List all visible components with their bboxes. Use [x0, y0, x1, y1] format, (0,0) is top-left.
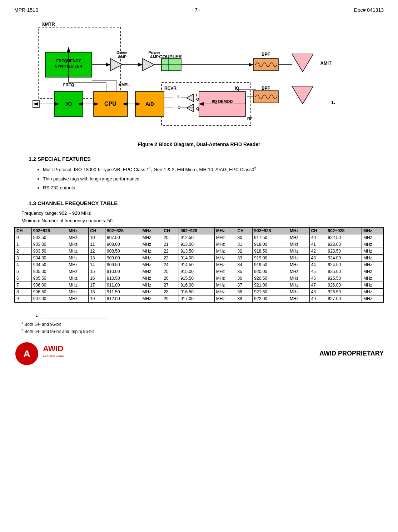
section-1-3-heading: 1.3 CHANNEL FREQUENCY TABLE [29, 200, 384, 206]
col-header-freq1: 902~928 [31, 227, 67, 234]
table-row: 1903.00MHz11908.00MHz21913.00MHz31918.00… [15, 241, 383, 248]
col-header-mhz3: MHz [214, 227, 236, 234]
svg-rect-22 [253, 59, 278, 71]
awid-logo: A AWID APPLIED WIRELESS IDENTICS [14, 341, 64, 366]
svg-text:I/Q DEMOD: I/Q DEMOD [212, 99, 233, 104]
svg-rect-34 [253, 91, 278, 103]
svg-text:Power: Power [148, 50, 160, 55]
svg-marker-37 [292, 86, 313, 104]
col-header-ch5: CH [309, 227, 326, 234]
svg-text:AWID: AWID [43, 344, 63, 353]
svg-marker-12 [143, 59, 154, 71]
freq-range: Frequency range: 902 ~ 928 MHz [21, 210, 384, 216]
col-header-ch3: CH [162, 227, 179, 234]
footer-section: • 1 Both 64- and 96-bit 2 Both 64- and 9… [14, 313, 384, 366]
svg-marker-72 [67, 47, 70, 52]
table-row: 0902.50MHz10907.50MHz20912.50MHz30917.50… [15, 234, 383, 241]
svg-text:A: A [23, 348, 30, 359]
col-header-mhz2: MHz [141, 227, 162, 234]
col-header-ch2: CH [89, 227, 105, 234]
footer-brand: A AWID APPLIED WIRELESS IDENTICS AWID PR… [14, 341, 384, 366]
svg-marker-43 [186, 94, 194, 102]
svg-text:CPU: CPU [104, 101, 116, 107]
svg-text:IQ: IQ [235, 86, 239, 91]
svg-marker-21 [249, 63, 253, 66]
svg-text:AMP: AMP [150, 55, 159, 59]
svg-text:Q: Q [196, 106, 199, 111]
diagram-caption: Figure 2 Block Diagram, Dual-Antenna RFI… [14, 141, 384, 147]
table-row: 6905.50MHz16910.50MHz26915.50MHz36920.50… [15, 275, 383, 282]
svg-text:RF: RF [247, 116, 253, 121]
table-row: 5905.00MHz15910.00MHz25915.00MHz35920.00… [15, 268, 383, 275]
table-row: 7906.00MHz17911.00MHz27916.00MHz37921.00… [15, 282, 383, 288]
min-channels: Minimum Number of frequency channels: 50 [21, 218, 384, 223]
section-1-2-bullets: Multi-Protocol: ISO-18000-6 Type A/B, EP… [43, 166, 384, 192]
svg-text:RCVR: RCVR [164, 86, 176, 91]
svg-text:BPF: BPF [262, 86, 270, 91]
table-row: 3904.00MHz13909.00MHz23914.00MHz33919.00… [15, 254, 383, 261]
bullet-2: Thin passive tags with long-range perfor… [43, 175, 384, 183]
svg-text:A/D: A/D [145, 101, 154, 107]
col-header-ch1: CH [15, 227, 32, 234]
header-center: - 7 - [191, 7, 200, 13]
section-1-2-heading: 1.2 SPECIAL FEATURES [29, 156, 384, 162]
svg-marker-11 [138, 63, 143, 66]
col-header-freq4: 902~928 [253, 227, 288, 234]
col-header-mhz1: MHz [67, 227, 89, 234]
table-row: 9907.00MHz19912.00MHz29917.00MHz39922.00… [15, 295, 383, 302]
table-row: 2903.50MHz12908.50MHz22913.50MHz32918.50… [15, 248, 383, 254]
frequency-table: CH 902~928 MHz CH 902~928 MHz CH 902~928… [15, 227, 383, 302]
svg-marker-58 [33, 102, 38, 106]
col-header-mhz4: MHz [288, 227, 309, 234]
svg-text:FREQ: FREQ [63, 83, 74, 87]
bullet-placeholder: • [36, 313, 384, 320]
footnote-1: 1 Both 64- and 96-bit [21, 321, 384, 327]
header-right: Doc# 041313 [354, 7, 384, 13]
block-diagram-svg: XMTR FREQUENCY SYNTHESIZER Driver AMP Po… [28, 20, 370, 141]
svg-text:XMTR: XMTR [42, 21, 55, 27]
svg-marker-6 [106, 63, 110, 66]
freq-table-body: 0902.50MHz10907.50MHz20912.50MHz30917.50… [15, 234, 383, 302]
svg-text:I: I [196, 93, 197, 97]
svg-text:AMPL: AMPL [119, 83, 130, 87]
table-header-row: CH 902~928 MHz CH 902~928 MHz CH 902~928… [15, 227, 383, 234]
col-header-ch4: CH [236, 227, 253, 234]
svg-text:1.: 1. [331, 100, 335, 105]
col-header-freq3: 902~928 [179, 227, 215, 234]
footnote-2: 2 Both 64- and 96-bit and Impinj 96-bit [21, 328, 384, 334]
svg-text:I/O: I/O [65, 101, 72, 107]
svg-text:Q: Q [178, 105, 181, 109]
svg-text:XMIT: XMIT [320, 60, 332, 66]
svg-text:APPLIED WIRELESS IDENTICS: APPLIED WIRELESS IDENTICS [43, 355, 64, 358]
bullet-3: RS-232 outputs [43, 184, 384, 192]
svg-text:Driver: Driver [116, 50, 128, 55]
header-left: MPR-1510 [14, 7, 38, 13]
page-header: MPR-1510 - 7 - Doc# 041313 [14, 7, 384, 13]
table-row: 8906.50MHz18911.50MHz28916.50MHz38921.50… [15, 288, 383, 295]
svg-text:BPF: BPF [262, 52, 270, 57]
col-header-mhz5: MHz [362, 227, 383, 234]
bullet-1: Multi-Protocol: ISO-18000-6 Type A/B, EP… [43, 166, 384, 173]
col-header-freq2: 902~928 [105, 227, 141, 234]
col-header-freq5: 902~928 [326, 227, 362, 234]
awid-logo-svg: A AWID APPLIED WIRELESS IDENTICS [14, 341, 64, 366]
svg-text:O: O [196, 97, 199, 101]
svg-marker-25 [292, 54, 313, 72]
frequency-table-wrapper: CH 902~928 MHz CH 902~928 MHz CH 902~928… [14, 227, 384, 303]
proprietary-text: AWID PROPRIETARY [319, 350, 384, 357]
block-diagram-section: XMTR FREQUENCY SYNTHESIZER Driver AMP Po… [28, 20, 370, 141]
svg-text:AMP: AMP [118, 55, 126, 59]
svg-text:I: I [178, 94, 179, 99]
table-row: 4904.50MHz14909.50MHz24914.50MHz34919.50… [15, 261, 383, 268]
